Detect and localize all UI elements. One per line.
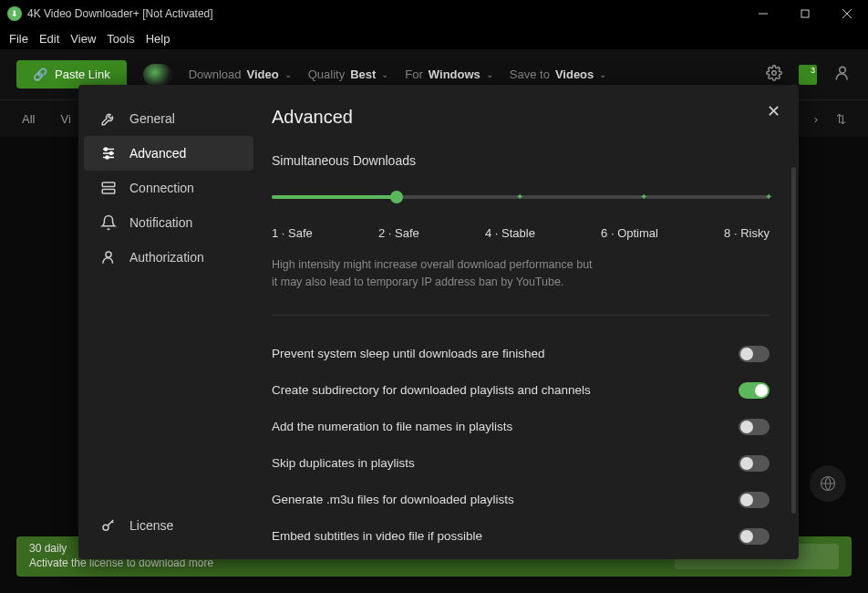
sidebar-item-connection[interactable]: Connection xyxy=(84,171,253,205)
menu-view[interactable]: View xyxy=(65,30,101,47)
simultaneous-downloads-slider[interactable]: ✦ ✦ ✦ 1 · Safe 2 · Safe 4 · Stable 6 · O… xyxy=(272,195,770,240)
tab-overflow-icon[interactable]: › xyxy=(814,112,818,126)
close-button[interactable]: ✕ xyxy=(767,101,780,121)
sidebar-item-label: Notification xyxy=(129,215,192,230)
server-icon xyxy=(100,180,117,196)
titlebar: ⬇ 4K Video Downloader+ [Not Activated] xyxy=(0,0,868,27)
app-title: 4K Video Downloader+ [Not Activated] xyxy=(27,7,213,20)
slider-thumb[interactable] xyxy=(390,191,403,203)
chevron-down-icon: ⌄ xyxy=(486,69,493,79)
svg-rect-13 xyxy=(102,182,115,187)
window-close-button[interactable] xyxy=(826,0,868,27)
slider-label: 4 · Stable xyxy=(485,226,535,240)
settings-title: Advanced xyxy=(272,107,770,128)
toggle-prevent-sleep: Prevent system sleep until downloads are… xyxy=(272,336,770,372)
settings-body: ✕ Advanced Simultaneous Downloads ✦ ✦ ✦ … xyxy=(259,85,799,559)
key-icon xyxy=(100,517,117,534)
toggle-numeration: Add the numeration to file names in play… xyxy=(272,409,770,445)
sidebar-item-general[interactable]: General xyxy=(84,101,253,136)
menubar: File Edit View Tools Help xyxy=(0,27,868,49)
svg-point-5 xyxy=(840,67,846,73)
sidebar-item-notification[interactable]: Notification xyxy=(84,205,253,240)
slider-tick-icon: ✦ xyxy=(765,192,772,199)
sort-icon[interactable]: ⇅ xyxy=(836,112,846,126)
menu-tools[interactable]: Tools xyxy=(101,30,140,47)
toggle-create-subdir: Create subdirectory for downloaded playl… xyxy=(272,372,770,409)
slider-label: 2 · Safe xyxy=(378,226,419,240)
sidebar-item-label: Authorization xyxy=(129,250,204,265)
toggle-skip-duplicates: Skip duplicates in playlists xyxy=(272,445,770,482)
download-format-dropdown[interactable]: Download Video ⌄ xyxy=(189,68,292,81)
svg-point-12 xyxy=(106,156,108,159)
svg-point-16 xyxy=(103,525,108,530)
sliders-icon xyxy=(100,145,117,161)
settings-gear-icon[interactable] xyxy=(766,65,782,84)
platform-dropdown[interactable]: For Windows ⌄ xyxy=(405,68,492,81)
svg-point-10 xyxy=(105,148,108,151)
sidebar-item-authorization[interactable]: Authorization xyxy=(84,240,253,275)
sidebar-item-label: Connection xyxy=(129,181,194,195)
notification-badge[interactable]: 3 xyxy=(799,65,817,85)
toggle-label: Prevent system sleep until downloads are… xyxy=(272,347,544,360)
toggle-m3u: Generate .m3u files for downloaded playl… xyxy=(272,482,770,518)
chevron-down-icon: ⌄ xyxy=(381,69,388,79)
slider-section-label: Simultaneous Downloads xyxy=(272,153,770,168)
sidebar-item-label: License xyxy=(129,518,173,533)
menu-help[interactable]: Help xyxy=(140,30,176,47)
tab-all[interactable]: All xyxy=(22,112,35,126)
tab-partial[interactable]: Vi xyxy=(60,112,70,126)
toggle-label: Create subdirectory for downloaded playl… xyxy=(272,383,591,397)
toggle-switch[interactable] xyxy=(739,455,770,472)
svg-point-15 xyxy=(106,252,111,257)
toggle-switch[interactable] xyxy=(739,528,770,545)
svg-point-11 xyxy=(110,152,113,155)
chevron-down-icon: ⌄ xyxy=(599,69,606,79)
scrollbar[interactable] xyxy=(791,167,796,514)
toggle-switch[interactable] xyxy=(739,419,770,435)
app-icon: ⬇ xyxy=(7,6,22,21)
toggle-switch[interactable] xyxy=(739,346,770,362)
toggle-label: Add the numeration to file names in play… xyxy=(272,420,512,433)
settings-sidebar: General Advanced Connection Notification… xyxy=(78,85,259,559)
slider-label: 1 · Safe xyxy=(272,226,313,240)
paste-link-label: Paste Link xyxy=(55,68,110,81)
svg-rect-1 xyxy=(801,10,809,17)
account-icon[interactable] xyxy=(833,64,852,85)
sidebar-item-label: Advanced xyxy=(129,146,186,161)
toggle-audio-tags: Search audio tags on the basis of track … xyxy=(272,555,770,560)
svg-rect-14 xyxy=(102,190,115,194)
wrench-icon xyxy=(100,110,117,127)
window-maximize-button[interactable] xyxy=(784,0,826,27)
toggle-switch[interactable] xyxy=(739,382,770,399)
toggle-label: Embed subtitles in video file if possibl… xyxy=(272,529,482,543)
divider xyxy=(272,315,770,316)
slider-tick-icon: ✦ xyxy=(640,192,647,199)
menu-edit[interactable]: Edit xyxy=(34,30,65,47)
slider-hint: High intensity might increase overall do… xyxy=(272,256,600,291)
user-icon xyxy=(100,249,117,265)
svg-point-4 xyxy=(772,71,777,76)
toggle-embed-subs: Embed subtitles in video file if possibl… xyxy=(272,518,770,555)
menu-file[interactable]: File xyxy=(4,30,34,47)
slider-label: 6 · Optimal xyxy=(601,226,658,240)
link-icon: 🔗 xyxy=(33,68,47,81)
settings-dialog: General Advanced Connection Notification… xyxy=(78,85,799,559)
slider-tick-icon: ✦ xyxy=(516,192,523,199)
chevron-down-icon: ⌄ xyxy=(284,69,292,79)
window-minimize-button[interactable] xyxy=(742,0,784,27)
bell-icon xyxy=(100,214,117,231)
toggle-label: Skip duplicates in playlists xyxy=(272,456,415,470)
sidebar-item-label: General xyxy=(129,111,175,126)
globe-button[interactable] xyxy=(810,465,846,502)
toggle-label: Generate .m3u files for downloaded playl… xyxy=(272,493,514,506)
smart-mode-toggle[interactable] xyxy=(143,64,172,86)
saveto-dropdown[interactable]: Save to Videos ⌄ xyxy=(510,68,606,81)
slider-label: 8 · Risky xyxy=(724,226,770,240)
toggle-switch[interactable] xyxy=(739,492,770,508)
quality-dropdown[interactable]: Quality Best ⌄ xyxy=(308,68,389,81)
sidebar-item-license[interactable]: License xyxy=(84,508,253,543)
sidebar-item-advanced[interactable]: Advanced xyxy=(84,136,253,171)
